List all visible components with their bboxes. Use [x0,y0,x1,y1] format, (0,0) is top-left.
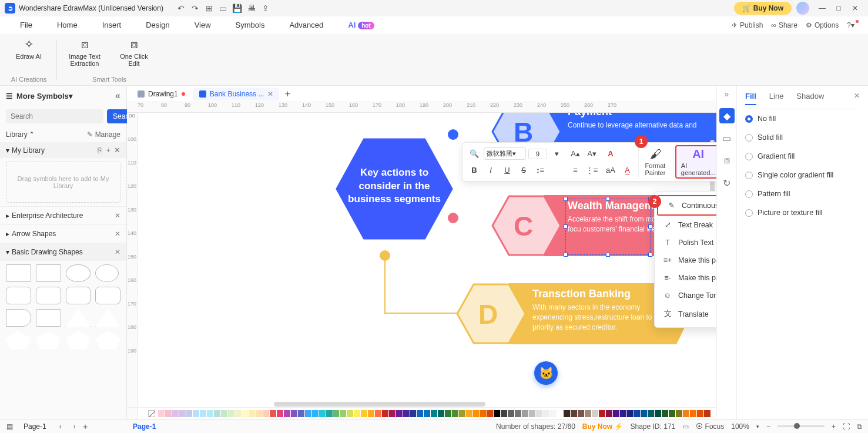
ai-text-break[interactable]: ⤢Text Break▸ [655,216,716,234]
color-swatch[interactable] [256,410,263,417]
color-swatch[interactable] [186,410,193,417]
fill-opt-single-gradient[interactable]: Single color gradient fill [745,166,860,184]
color-swatch[interactable] [697,410,703,417]
color-swatch[interactable] [270,410,276,417]
color-swatch[interactable] [326,410,333,417]
shape-rrect3[interactable] [66,287,91,304]
page-next-icon[interactable]: › [69,422,81,431]
menu-symbols[interactable]: Symbols [224,17,277,33]
color-swatch[interactable] [445,410,451,417]
rail-layout-icon[interactable]: ⧈ [719,153,735,168]
color-swatch[interactable] [536,410,542,417]
minimize-button[interactable]: — [814,2,830,14]
color-swatch[interactable] [634,410,641,417]
color-swatch[interactable] [263,410,270,417]
collapse-panel-icon[interactable]: « [115,90,120,101]
shape-square[interactable] [6,264,31,282]
mylib-close-icon[interactable]: ✕ [114,146,120,155]
color-swatch[interactable] [417,410,423,417]
color-swatch[interactable] [368,410,374,417]
color-swatch[interactable] [704,410,711,417]
cat-basic-shapes[interactable]: ▾ Basic Drawing Shapes✕ [0,243,126,261]
page-list-icon[interactable]: ▤ [4,422,15,431]
options-button[interactable]: ⚙ Options [806,21,839,29]
one-click-edit-button[interactable]: ⧈One Click Edit [115,38,153,67]
buy-now-button[interactable]: 🛒 Buy Now [734,2,792,15]
manage-button[interactable]: ✎ Manage [87,130,120,139]
fill-opt-picture[interactable]: Picture or texture fill [745,203,860,222]
color-swatch[interactable] [312,410,319,417]
color-swatch[interactable] [487,410,494,417]
rp-tab-shadow[interactable]: Shadow [796,92,824,105]
print-icon[interactable]: 🖶 [246,2,257,14]
mylib-import-icon[interactable]: ⎘ [98,146,102,155]
shape-misc2[interactable] [36,309,61,327]
page-tab[interactable]: Page-1 [18,421,52,432]
fullscreen-icon[interactable]: ⧉ [857,422,862,431]
fill-opt-solid[interactable]: Solid fill [745,128,860,147]
shape-pent2[interactable] [36,331,61,349]
color-swatch[interactable] [459,410,465,417]
rp-close-icon[interactable]: ✕ [854,92,860,105]
color-swatch[interactable] [676,410,682,417]
color-swatch[interactable] [473,410,480,417]
color-swatch[interactable] [424,410,430,417]
shape-triangle2[interactable] [95,309,120,327]
shape-rrect1[interactable] [6,287,31,304]
zoom-out-button[interactable]: − [766,422,770,431]
line-spacing-button[interactable]: ↕≡ [533,163,547,177]
ai-continuous-text[interactable]: ✎Continuous Text [657,195,716,216]
color-swatch[interactable] [466,410,472,417]
color-swatch[interactable] [403,410,410,417]
color-swatch[interactable] [249,410,256,417]
zoom-value[interactable]: 100% [731,422,749,431]
menu-file[interactable]: File [8,17,44,33]
color-swatch[interactable] [683,410,689,417]
color-swatch[interactable] [172,410,179,417]
color-swatch[interactable] [669,410,675,417]
tab-close-icon[interactable]: ✕ [267,90,273,98]
font-name-select[interactable]: 微软雅黑▾ [484,147,526,160]
ai-generated-button[interactable]: AIAI generated... [675,145,716,179]
ai-translate[interactable]: 文Translate▸ [655,304,716,324]
cat-enterprise-architecture[interactable]: ▸ Enterprise Architecture✕ [0,206,126,224]
menu-view[interactable]: View [183,17,223,33]
shape-rrect2[interactable] [36,287,61,304]
numbering-button[interactable]: ⋮≡ [585,163,599,177]
color-swatch[interactable] [361,410,367,417]
color-swatch[interactable] [410,410,417,417]
color-swatch[interactable] [291,410,297,417]
zoom-in-button[interactable]: + [832,422,836,431]
cat-arrow-shapes[interactable]: ▸ Arrow Shapes✕ [0,224,126,243]
color-swatch[interactable] [193,410,199,417]
selection-box[interactable] [565,199,651,255]
color-swatch[interactable] [592,410,598,417]
color-swatch[interactable] [529,410,535,417]
color-swatch[interactable] [648,410,654,417]
ai-change-tone[interactable]: ☺Change Tone▸ [655,287,716,304]
ai-polish-text[interactable]: TPolish Text [655,234,716,251]
page-prev-icon[interactable]: ‹ [55,422,66,431]
user-avatar[interactable] [796,2,809,15]
color-swatch[interactable] [340,410,346,417]
font-size-dropdown[interactable]: ▾ [549,147,564,161]
color-swatch[interactable] [242,410,249,417]
color-swatch[interactable] [179,410,186,417]
mylib-add-icon[interactable]: + [106,146,110,155]
color-swatch[interactable] [277,410,283,417]
shape-pent1[interactable] [6,331,31,349]
color-swatch[interactable] [298,410,304,417]
color-swatch[interactable] [354,410,360,417]
close-button[interactable]: ✕ [847,2,863,14]
color-swatch[interactable] [452,410,458,417]
help-button[interactable]: ?▾ [847,21,860,29]
menu-ai[interactable]: AIhot [336,17,386,33]
color-swatch[interactable] [522,410,528,417]
color-swatch[interactable] [557,410,564,417]
publish-button[interactable]: ✈ Publish [732,21,763,29]
color-swatch[interactable] [613,410,619,417]
add-tab-button[interactable]: + [281,88,293,100]
shape-misc1[interactable] [6,309,31,327]
highlight-button[interactable]: A̲ [620,163,634,177]
chat-fab[interactable]: 🐱 [534,361,558,385]
